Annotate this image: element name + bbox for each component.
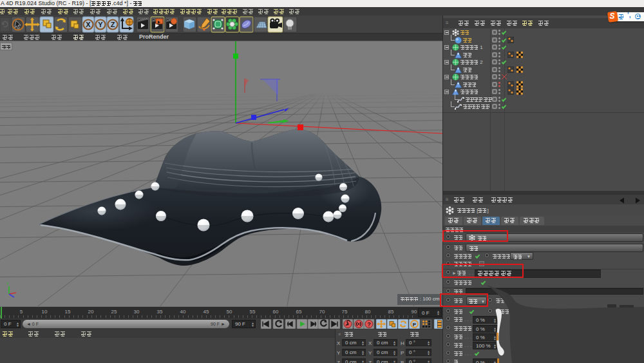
svg-text:P: P bbox=[413, 322, 417, 328]
svg-text:Z: Z bbox=[111, 21, 115, 28]
svg-text:Y: Y bbox=[98, 21, 103, 28]
svg-text:Y: Y bbox=[6, 282, 9, 286]
svg-text:?: ? bbox=[367, 321, 371, 328]
svg-text:X: X bbox=[86, 21, 91, 28]
